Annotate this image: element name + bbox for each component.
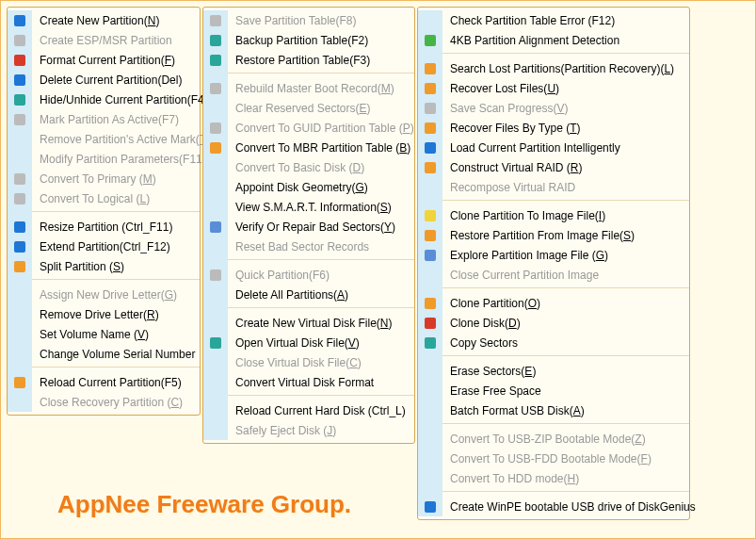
menu-item-recover-lost-files-u[interactable]: Recover Lost Files(U) xyxy=(418,78,689,98)
blank-icon xyxy=(203,285,228,304)
vdisk-teal-icon xyxy=(203,333,228,352)
menu-item-extend-partition-ctrl-f12[interactable]: Extend Partition(Ctrl_F12) xyxy=(8,237,200,256)
svg-rect-29 xyxy=(425,230,436,241)
menu-item-split-partition-s[interactable]: Split Partition (S) xyxy=(8,256,200,276)
menu-item-create-winpe-bootable-usb-drive-of-diskgenius[interactable]: Create WinPE bootable USB drive of DiskG… xyxy=(418,497,689,516)
menu-item-verify-or-repair-bad-sectors-y[interactable]: Verify Or Repair Bad Sectors(Y) xyxy=(203,217,414,237)
menu-item-label: Recover Files By Type (T) xyxy=(442,122,581,135)
menu-item-label: Restore Partition From Image File(S) xyxy=(442,229,635,242)
menu-item-clone-partition-to-image-file-i[interactable]: Clone Partition To Image File(I) xyxy=(418,205,689,225)
menu-column-2: Save Partition Table(F8)Backup Partition… xyxy=(202,7,415,444)
menu-item-label: Clone Partition To Image File(I) xyxy=(442,209,605,222)
menu-item-label: Erase Sectors(E) xyxy=(442,365,536,378)
menu-item-create-new-partition-n[interactable]: Create New Partition(N) xyxy=(8,10,200,30)
backup-teal-icon xyxy=(203,30,228,50)
menu-item-create-new-virtual-disk-file-n[interactable]: Create New Virtual Disk File(N) xyxy=(203,313,414,333)
type-orange-icon xyxy=(418,118,442,138)
svg-rect-17 xyxy=(210,142,221,154)
svg-rect-27 xyxy=(425,162,436,173)
menu-item-delete-current-partition-del[interactable]: Delete Current Partition(Del) xyxy=(8,70,200,90)
menu-item-label: Clone Disk(D) xyxy=(442,317,521,330)
menu-item-recover-files-by-type-t[interactable]: Recover Files By Type (T) xyxy=(418,118,689,138)
menu-item-batch-format-usb-disk-a[interactable]: Batch Format USB Disk(A) xyxy=(418,400,689,420)
svg-rect-3 xyxy=(14,74,25,86)
blank-icon xyxy=(8,324,32,344)
menu-item-restore-partition-from-image-file-s[interactable]: Restore Partition From Image File(S) xyxy=(418,225,689,245)
svg-rect-13 xyxy=(210,35,221,46)
menu-item-label: Convert To GUID Partition Table (P) xyxy=(228,122,414,135)
menu-item-close-virtual-disk-file-c: Close Virtual Disk File(C) xyxy=(203,352,414,372)
menu-item-label: Clone Partition(O) xyxy=(442,297,540,310)
menu-item-label: Search Lost Partitions(Partition Recover… xyxy=(442,62,674,75)
menu-item-clone-partition-o[interactable]: Clone Partition(O) xyxy=(418,293,689,313)
menu-item-check-partition-table-error-f12[interactable]: Check Partition Table Error (F12) xyxy=(418,10,689,30)
menu-separator xyxy=(418,420,689,429)
menu-item-copy-sectors[interactable]: Copy Sectors xyxy=(418,333,689,352)
menu-item-remove-drive-letter-r[interactable]: Remove Drive Letter(R) xyxy=(8,304,200,324)
menu-item-view-s-m-a-r-t-information-s[interactable]: View S.M.A.R.T. Information(S) xyxy=(203,197,414,217)
menu-item-clone-disk-d[interactable]: Clone Disk(D) xyxy=(418,313,689,333)
menu-separator xyxy=(418,488,689,497)
menu-separator xyxy=(203,304,414,313)
svg-rect-12 xyxy=(210,15,221,26)
menu-item-load-current-partition-intelligently[interactable]: Load Current Partition Intelligently xyxy=(418,138,689,157)
menu-item-convert-to-mbr-partition-table-b[interactable]: Convert To MBR Partition Table (B) xyxy=(203,138,414,157)
menu-item-format-current-partition-f[interactable]: Format Current Partition(F) xyxy=(8,50,200,70)
menu-item-label: Remove Drive Letter(R) xyxy=(32,308,159,321)
menu-item-label: Batch Format USB Disk(A) xyxy=(442,404,585,417)
menu-separator xyxy=(203,392,414,400)
menu-item-explore-partition-image-file-g[interactable]: Explore Partition Image File (G) xyxy=(418,245,689,265)
menu-item-close-recovery-partition-c: Close Recovery Partition (C) xyxy=(8,392,200,412)
blank-icon xyxy=(203,313,228,333)
menu-item-label: Clear Reserved Sectors(E) xyxy=(228,102,370,115)
menu-item-label: Save Scan Progress(V) xyxy=(442,102,568,115)
verify-color-icon xyxy=(203,217,228,237)
menu-item-label: Convert Virtual Disk Format xyxy=(228,376,374,389)
blank-icon xyxy=(203,157,228,177)
menu-separator xyxy=(418,285,689,293)
blank-icon xyxy=(418,265,442,285)
blank-icon xyxy=(8,392,32,412)
menu-item-backup-partition-table-f2[interactable]: Backup Partition Table(F2) xyxy=(203,30,414,50)
menu-item-label: Construct Virtual RAID (R) xyxy=(442,161,583,174)
convert-orange-icon xyxy=(203,138,228,157)
usb-blue-icon xyxy=(418,497,442,516)
watermark-text: AppNee Freeware Group. xyxy=(57,490,351,519)
menu-separator xyxy=(418,50,689,58)
menu-item-set-volume-name-v[interactable]: Set Volume Name (V) xyxy=(8,324,200,344)
menu-item-reset-bad-sector-records: Reset Bad Sector Records xyxy=(203,237,414,256)
menu-item-label: Recover Lost Files(U) xyxy=(442,82,559,95)
menu-item-appoint-disk-geometry-g[interactable]: Appoint Disk Geometry(G) xyxy=(203,177,414,197)
menu-column-3: Check Partition Table Error (F12)4KB Par… xyxy=(417,7,690,520)
menu-item-search-lost-partitions-partition-recovery-l[interactable]: Search Lost Partitions(Partition Recover… xyxy=(418,58,689,78)
restore-teal-icon xyxy=(203,50,228,70)
menu-item-label: Erase Free Space xyxy=(442,384,541,398)
explore-color-icon xyxy=(418,245,442,265)
menu-item-resize-partition-ctrl-f11[interactable]: Resize Partition (Ctrl_F11) xyxy=(8,217,200,237)
menu-item-label: View S.M.A.R.T. Information(S) xyxy=(228,201,392,214)
menu-item-label: Explore Partition Image File (G) xyxy=(442,249,608,262)
blank-icon xyxy=(203,420,228,440)
menu-item-delete-all-partitions-a[interactable]: Delete All Partitions(A) xyxy=(203,285,414,304)
menu-item-convert-virtual-disk-format[interactable]: Convert Virtual Disk Format xyxy=(203,372,414,392)
menu-item-create-esp-msr-partition: Create ESP/MSR Partition xyxy=(8,30,200,50)
menu-item-close-current-partition-image: Close Current Partition Image xyxy=(418,265,689,285)
menu-item-erase-free-space[interactable]: Erase Free Space xyxy=(418,381,689,400)
menu-item-restore-partition-table-f3[interactable]: Restore Partition Table(F3) xyxy=(203,50,414,70)
menu-item-4kb-partition-alignment-detection[interactable]: 4KB Partition Alignment Detection xyxy=(418,30,689,50)
menu-item-reload-current-partition-f5[interactable]: Reload Current Partition(F5) xyxy=(8,372,200,392)
blank-icon xyxy=(203,237,228,256)
menu-item-hide-unhide-current-partition-f4[interactable]: Hide/Unhide Current Partition(F4) xyxy=(8,90,200,109)
menu-item-open-virtual-disk-file-v[interactable]: Open Virtual Disk File(V) xyxy=(203,333,414,352)
menu-item-construct-virtual-raid-r[interactable]: Construct Virtual RAID (R) xyxy=(418,157,689,177)
menu-item-erase-sectors-e[interactable]: Erase Sectors(E) xyxy=(418,361,689,381)
menu-item-change-volume-serial-number[interactable]: Change Volume Serial Number xyxy=(8,344,200,364)
menu-item-reload-current-hard-disk-ctrl-l[interactable]: Reload Current Hard Disk (Ctrl_L) xyxy=(203,400,414,420)
resize-blue-icon xyxy=(8,217,32,237)
menu-item-label: Resize Partition (Ctrl_F11) xyxy=(32,220,172,234)
menu-item-label: Extend Partition(Ctrl_F12) xyxy=(32,240,170,253)
blank-icon xyxy=(418,400,442,420)
blank-icon xyxy=(8,304,32,324)
quick-gray-icon xyxy=(203,265,228,285)
blank-icon xyxy=(418,10,442,30)
